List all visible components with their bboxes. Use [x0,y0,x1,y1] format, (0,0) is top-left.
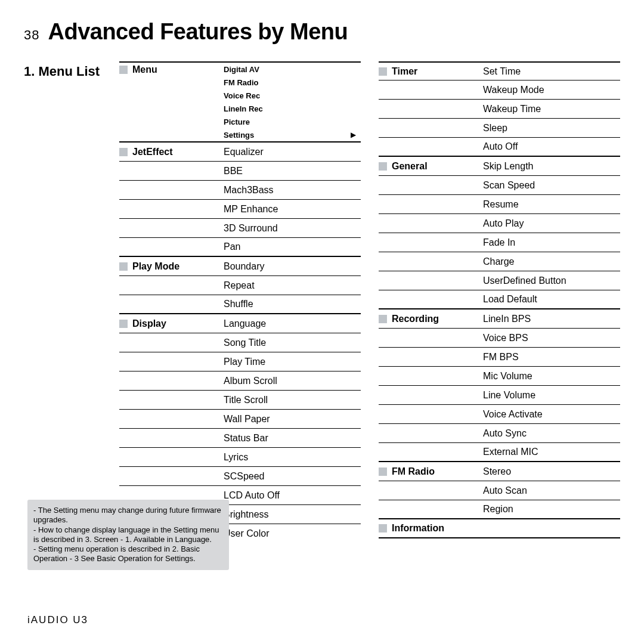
list-item: Mic Volume [483,371,532,382]
menu-column-left: Menu Digital AV FM Radio Voice Rec LineI… [119,61,361,543]
bullet-icon [119,262,128,271]
category-label-information: Information [379,523,483,534]
list-item: Sleep [483,123,507,134]
list-item: Digital AV [224,65,259,74]
bullet-icon [379,524,387,532]
list-item: Mach3Bass [224,185,274,196]
table-row: External MIC [379,443,620,462]
list-item: Settings [224,131,254,140]
category-label-timer: Timer [379,66,483,77]
table-row: Play Time [119,352,361,371]
table-row: Play Mode Boundary [119,257,361,276]
list-item: Auto Play [483,218,524,229]
category-text: JetEffect [132,147,173,157]
table-row: Sleep [379,119,620,138]
bullet-icon [379,467,387,476]
group-menu: Menu Digital AV FM Radio Voice Rec LineI… [119,61,361,141]
list-item: Auto Scan [483,485,527,496]
list-item: SCSpeed [224,471,265,482]
table-row: Pan [119,238,361,257]
list-item: LineIn BPS [483,314,531,324]
table-row: Auto Play [379,214,620,233]
table-row: Resume [379,195,620,214]
table-row: Wall Paper [119,410,361,429]
category-label-general: General [379,161,483,172]
table-row: SCSpeed [119,467,361,486]
table-row: MP Enhance [119,200,361,219]
list-item: BBE [224,166,243,177]
footnote-box: - The Setting menu may change during fut… [27,500,229,570]
list-item: Pan [224,242,240,252]
table-row: Timer Set Time [379,61,620,80]
table-row: Load Default [379,290,620,309]
list-item: Wall Paper [224,414,270,425]
table-row: Auto Scan [379,481,620,500]
table-row: Information [379,519,620,538]
list-item: Status Bar [224,433,268,444]
list-item: FM BPS [483,352,519,363]
table-row: FM Radio Stereo [379,462,620,481]
category-text: Menu [132,64,157,75]
category-text: Play Mode [132,261,179,272]
list-item: Lyrics [224,452,248,463]
list-item: Repeat [224,280,255,291]
table-row: Voice Activate [379,405,620,424]
category-label-display: Display [119,318,224,329]
table-row: 3D Surround [119,219,361,238]
bullet-icon [379,162,387,171]
table-row: Auto Off [379,138,620,157]
list-item: Language [224,318,266,329]
list-item: LineIn Rec [224,104,263,113]
bullet-icon [119,66,128,74]
list-item: UserDefined Button [483,275,566,286]
list-item: MP Enhance [224,204,278,215]
table-row: Album Scroll [119,371,361,391]
table-row: Fade In [379,233,620,252]
list-item: Skip Length [483,161,534,172]
table-row: Shuffle [119,295,361,314]
list-item: Voice Rec [224,91,260,100]
list-item: Wakeup Mode [483,85,544,95]
list-item: Play Time [224,357,265,367]
list-item: Auto Sync [483,428,527,439]
list-item: Picture [224,117,250,126]
list-item: Auto Off [483,141,518,152]
category-label-jeteffect: JetEffect [119,147,224,157]
list-item: Region [483,504,513,515]
list-item: User Color [224,528,269,539]
product-name-footer: iAUDIO U3 [27,614,88,626]
list-item: Shuffle [224,299,253,309]
category-label-menu: Menu [119,63,224,75]
table-row: BBE [119,162,361,181]
list-item: Resume [483,199,519,210]
list-item: Fade In [483,237,515,248]
section-label: 1. Menu List [24,61,119,543]
table-row: Recording LineIn BPS [379,309,620,329]
table-row: Mic Volume [379,367,620,386]
list-item: Brightness [224,509,269,520]
table-row: Line Volume [379,386,620,405]
list-item: Album Scroll [224,376,277,386]
arrow-right-icon: ▶ [351,131,356,139]
table-row: Voice BPS [379,329,620,348]
list-item: LCD Auto Off [224,490,280,501]
list-item: Set Time [483,66,521,77]
category-label-playmode: Play Mode [119,261,224,272]
table-row: Charge [379,252,620,271]
list-item: Stereo [483,466,511,477]
table-row: Status Bar [119,429,361,448]
list-item: Song Title [224,338,266,348]
category-label-fmradio: FM Radio [379,466,483,477]
list-item: Boundary [224,261,265,272]
table-row: Title Scroll [119,391,361,410]
table-row: JetEffect Equalizer [119,143,361,162]
list-item: 3D Surround [224,223,278,234]
section-title: 1. Menu List [24,64,119,79]
category-text: FM Radio [392,466,435,477]
category-text: General [392,161,428,172]
category-text: Timer [392,66,417,77]
category-label-recording: Recording [379,314,483,324]
footnote-line: - The Setting menu may change during fut… [33,506,223,525]
list-item: Voice BPS [483,333,528,343]
table-row: Auto Sync [379,424,620,443]
